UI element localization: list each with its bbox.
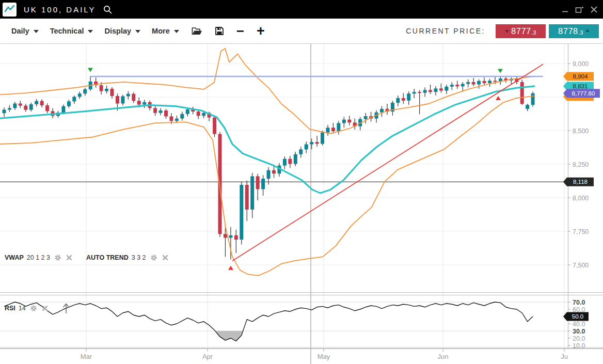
svg-text:May: May [318,353,330,360]
chevron-down-icon [135,30,140,33]
svg-text:9,000: 9,000 [573,60,589,68]
buy-price-int: 8778 [558,26,578,36]
current-price-label: CURRENT PRICE: [406,27,485,35]
svg-text:8,000: 8,000 [573,195,589,202]
sell-signal-icon [88,68,93,72]
open-folder-icon[interactable] [192,27,202,36]
menu-more-label: More [152,27,170,35]
up-arrow-icon [585,29,590,32]
svg-text:8,777.80: 8,777.80 [572,90,595,97]
menu-display-label: Display [104,27,131,35]
menu-technical[interactable]: Technical [50,27,93,35]
candles [3,76,535,260]
svg-text:8,500: 8,500 [573,128,589,135]
svg-text:8,250: 8,250 [573,161,589,168]
menu-timeframe[interactable]: Daily [11,27,39,35]
lower-band-line [0,96,534,276]
price-chart[interactable]: 9,0008,5008,2508,0007,7507,50070.060.040… [0,0,603,364]
gear-icon[interactable] [54,254,61,261]
svg-text:Mar: Mar [81,353,92,360]
svg-text:Jun: Jun [438,353,449,360]
buy-signal-icon [496,96,501,100]
chart-toolbar: Daily Technical Display More − + CURRENT… [0,19,603,44]
rsi-axis: 70.060.040.030.020.010.0 [568,299,585,350]
svg-text:70.0: 70.0 [573,299,585,306]
rsi-indicator-label: RSI [5,305,15,312]
close-icon[interactable] [162,254,169,261]
svg-text:50.0: 50.0 [572,313,583,320]
svg-text:8,904: 8,904 [573,73,588,80]
gear-icon[interactable] [150,254,157,261]
svg-text:10.0: 10.0 [573,342,585,350]
vwap-indicator-label: VWAP [5,254,24,261]
menu-display[interactable]: Display [104,27,140,35]
menu-timeframe-label: Daily [11,27,29,35]
window-controls [562,6,598,13]
gear-icon[interactable] [30,305,37,312]
svg-text:20.0: 20.0 [573,335,585,342]
svg-text:Ju: Ju [561,353,568,360]
buy-signal-icon [228,266,233,270]
menu-more[interactable]: More [152,27,179,35]
sell-price-int: 8777 [511,26,531,36]
svg-text:7,500: 7,500 [573,262,589,269]
up-arrow-icon[interactable] [62,303,70,314]
svg-text:40.0: 40.0 [573,321,585,328]
time-axis: MarAprMayJunJu [81,349,568,360]
rsi-panel [0,302,568,349]
buy-price-dec: .3 [578,29,583,36]
zoom-in-icon[interactable]: + [257,27,265,35]
svg-text:Apr: Apr [202,353,213,360]
menu-technical-label: Technical [50,27,84,35]
rsi-indicator-params: 14 [19,305,26,312]
auto-trend-indicator-params: 3 3 2 [132,254,146,261]
app-logo-icon [3,3,17,17]
save-icon[interactable] [215,26,224,36]
minimize-icon[interactable] [562,6,569,13]
sell-price-button[interactable]: 8777.3 [496,24,546,38]
sell-signal-icon [498,69,503,73]
sell-price-dec: .3 [531,29,536,36]
svg-text:7,750: 7,750 [573,228,589,235]
auto-trend-indicator-label: AUTO TREND [86,254,129,261]
chevron-down-icon [88,30,93,33]
current-price-area: CURRENT PRICE: 8777.3 8778.3 [406,24,599,38]
popout-icon[interactable] [575,6,584,13]
close-icon[interactable] [66,254,73,261]
chart-title: UK 100, DAILY [24,5,96,14]
vwap-indicator-params: 20 1 2 3 [27,254,50,261]
indicator-legend: VWAP 20 1 2 3 AUTO TREND 3 3 2 [5,254,169,261]
chevron-down-icon [34,30,39,33]
search-icon[interactable] [103,5,113,14]
svg-text:8,831: 8,831 [573,83,588,89]
close-icon[interactable] [41,305,49,312]
svg-text:8,118: 8,118 [573,179,588,185]
down-arrow-icon [505,30,509,33]
svg-text:60.0: 60.0 [573,306,585,313]
title-bar: UK 100, DAILY [0,0,603,19]
rsi-legend: RSI 14 [5,303,70,314]
chevron-down-icon [174,30,179,33]
svg-text:30.0: 30.0 [573,328,585,335]
zoom-out-icon[interactable]: − [236,27,244,35]
signal-markers [88,68,503,270]
buy-price-button[interactable]: 8778.3 [549,24,599,38]
close-icon[interactable] [590,6,598,13]
